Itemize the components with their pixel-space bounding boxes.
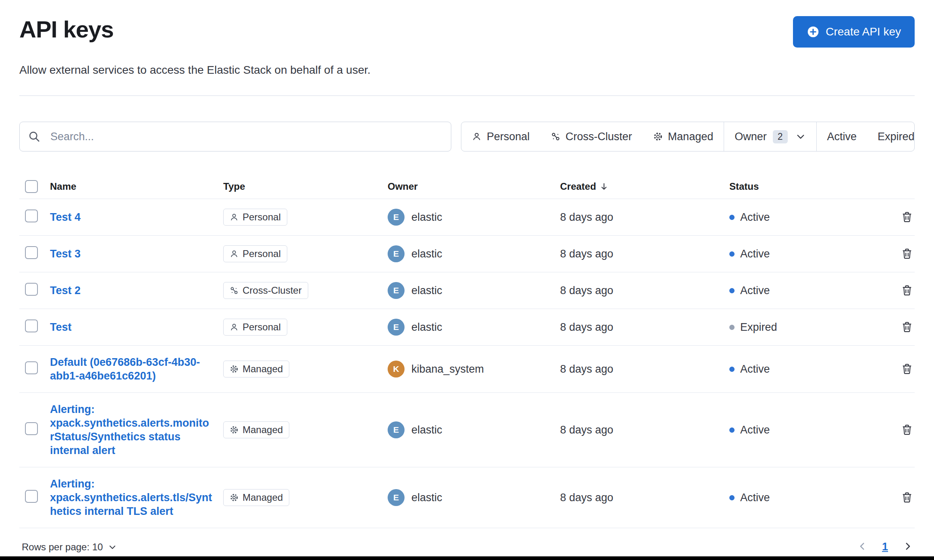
pagination: 1 <box>857 540 915 554</box>
delete-button[interactable] <box>901 284 913 297</box>
actions-cell <box>894 311 915 344</box>
actions-cell <box>894 414 915 446</box>
plus-circle-icon <box>807 25 820 38</box>
owner-name: elastic <box>411 321 442 334</box>
row-checkbox[interactable] <box>25 246 38 259</box>
filter-cross-cluster[interactable]: Cross-Cluster <box>540 122 643 151</box>
owner-name: kibana_system <box>411 363 484 375</box>
name-cell: Test <box>50 311 223 344</box>
type-badge-label: Personal <box>243 248 281 259</box>
row-checkbox[interactable] <box>25 422 38 435</box>
chevron-right-icon <box>903 541 913 553</box>
create-api-key-label: Create API key <box>826 25 901 38</box>
search-input[interactable] <box>19 122 451 151</box>
status-cell: Active <box>729 482 894 514</box>
name-cell: Alerting: xpack.synthetics.alerts.monito… <box>50 393 223 467</box>
api-key-name-link[interactable]: Test 4 <box>50 210 81 224</box>
table-row: Test 2 Cross-Cluster E elastic 8 days ag… <box>19 272 915 309</box>
rows-per-page-label: Rows per page: 10 <box>22 541 103 553</box>
filter-expired[interactable]: Expired <box>867 122 915 151</box>
delete-button[interactable] <box>901 247 913 261</box>
row-select-cell <box>19 480 50 515</box>
gear-icon <box>230 365 239 373</box>
search-icon <box>28 131 40 143</box>
actions-cell <box>894 238 915 270</box>
create-api-key-button[interactable]: Create API key <box>793 16 915 48</box>
filter-cross-cluster-label: Cross-Cluster <box>566 131 632 143</box>
owner-avatar: E <box>388 319 405 336</box>
api-key-name-link[interactable]: Test <box>50 320 72 334</box>
api-key-name-link[interactable]: Alerting: xpack.synthetics.alerts.monito… <box>50 402 213 457</box>
api-key-name-link[interactable]: Test 2 <box>50 284 81 297</box>
type-badge: Managed <box>223 489 289 506</box>
filter-active[interactable]: Active <box>817 122 868 151</box>
actions-cell <box>894 201 915 234</box>
status-dot <box>729 325 735 330</box>
row-checkbox[interactable] <box>25 319 38 332</box>
owner-cell: E elastic <box>388 479 560 516</box>
next-page-button[interactable] <box>903 541 913 553</box>
previous-page-button[interactable] <box>857 541 868 553</box>
person-icon <box>230 249 239 258</box>
owner-avatar: E <box>388 489 405 506</box>
delete-button[interactable] <box>901 211 913 224</box>
status-cell: Active <box>729 275 894 307</box>
owner-count-badge: 2 <box>773 130 788 143</box>
status-label: Active <box>740 248 770 260</box>
type-badge: Managed <box>223 361 289 377</box>
delete-button[interactable] <box>901 423 913 437</box>
table-row: Test 3 Personal E elastic 8 days ago Act… <box>19 236 915 272</box>
column-header-type[interactable]: Type <box>223 181 388 192</box>
type-badge: Cross-Cluster <box>223 282 308 299</box>
type-cell: Managed <box>223 479 388 516</box>
status-dot <box>729 215 735 220</box>
name-header-label: Name <box>50 181 76 192</box>
search-box <box>19 122 451 151</box>
cross-cluster-icon <box>230 286 239 295</box>
row-select-cell <box>19 273 50 308</box>
table-footer: Rows per page: 10 1 <box>19 528 915 554</box>
row-checkbox[interactable] <box>25 209 38 222</box>
gear-icon <box>653 132 663 141</box>
type-cell: Personal <box>223 236 388 272</box>
type-cell: Cross-Cluster <box>223 272 388 309</box>
filter-managed[interactable]: Managed <box>643 122 724 151</box>
filter-personal[interactable]: Personal <box>461 122 540 151</box>
row-checkbox[interactable] <box>25 490 38 503</box>
api-key-name-link[interactable]: Default (0e67686b-63cf-4b30-abb1-a46be61… <box>50 355 213 383</box>
owner-cell: E elastic <box>388 199 560 235</box>
filter-managed-label: Managed <box>668 131 714 143</box>
column-header-status[interactable]: Status <box>729 181 894 192</box>
delete-button[interactable] <box>901 321 913 334</box>
select-all-checkbox[interactable] <box>25 180 38 193</box>
table-row: Alerting: xpack.synthetics.alerts.monito… <box>19 393 915 467</box>
row-checkbox[interactable] <box>25 283 38 296</box>
status-dot <box>729 495 735 500</box>
type-badge-label: Managed <box>243 424 283 436</box>
status-label: Active <box>740 211 770 224</box>
status-cell: Active <box>729 238 894 270</box>
column-header-name[interactable]: Name <box>50 181 223 192</box>
api-key-name-link[interactable]: Test 3 <box>50 247 81 261</box>
filter-owner[interactable]: Owner 2 <box>724 122 816 151</box>
trash-icon <box>901 321 913 334</box>
table-header-row: Name Type Owner Created Status <box>19 174 915 199</box>
owner-name: elastic <box>411 248 442 260</box>
status-label: Active <box>740 492 770 504</box>
trash-icon <box>901 247 913 261</box>
trash-icon <box>901 211 913 224</box>
delete-button[interactable] <box>901 491 913 504</box>
row-checkbox[interactable] <box>25 361 38 374</box>
table-row: Alerting: xpack.synthetics.alerts.tls/Sy… <box>19 467 915 528</box>
rows-per-page-button[interactable]: Rows per page: 10 <box>19 541 119 553</box>
column-header-owner[interactable]: Owner <box>388 181 560 192</box>
status-cell: Active <box>729 201 894 233</box>
page-number-1[interactable]: 1 <box>880 540 890 554</box>
trash-icon <box>901 491 913 504</box>
gear-icon <box>230 425 239 434</box>
person-icon <box>230 213 239 222</box>
delete-button[interactable] <box>901 363 913 376</box>
api-key-name-link[interactable]: Alerting: xpack.synthetics.alerts.tls/Sy… <box>50 477 213 518</box>
actions-cell <box>894 274 915 307</box>
column-header-created[interactable]: Created <box>560 181 729 192</box>
